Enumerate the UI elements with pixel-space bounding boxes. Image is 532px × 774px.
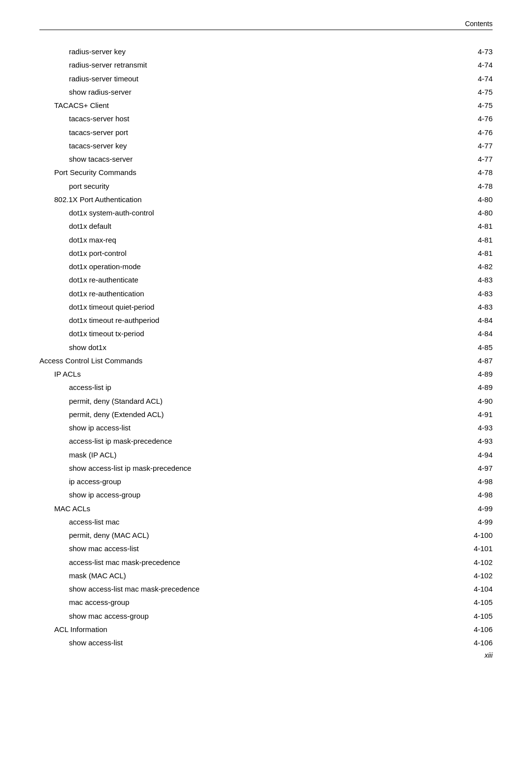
header-title: Contents [465, 20, 493, 28]
toc-label: tacacs-server host [39, 112, 424, 125]
toc-page: 4-93 [424, 434, 493, 448]
toc-label: show mac access-list [39, 542, 424, 555]
toc-row: show tacacs-server4-77 [39, 152, 493, 166]
toc-label: Port Security Commands [39, 166, 424, 179]
toc-label: dot1x port-control [39, 246, 424, 260]
toc-row: show ip access-list4-93 [39, 421, 493, 434]
toc-page: 4-81 [424, 233, 493, 246]
toc-page: 4-80 [424, 206, 493, 219]
toc-row: show radius-server4-75 [39, 85, 493, 99]
toc-row: Access Control List Commands4-87 [39, 354, 493, 367]
toc-label: mask (IP ACL) [39, 448, 424, 461]
toc-row: radius-server key4-73 [39, 45, 493, 58]
toc-label: dot1x system-auth-control [39, 206, 424, 219]
toc-row: dot1x operation-mode4-82 [39, 260, 493, 273]
toc-row: show dot1x4-85 [39, 341, 493, 354]
toc-page: 4-99 [424, 515, 493, 528]
toc-page: 4-84 [424, 314, 493, 327]
toc-row: access-list ip mask-precedence4-93 [39, 434, 493, 448]
toc-page: 4-73 [424, 45, 493, 58]
toc-row: TACACS+ Client4-75 [39, 99, 493, 112]
toc-page: 4-100 [424, 528, 493, 542]
toc-label: show dot1x [39, 341, 424, 354]
toc-row: permit, deny (Standard ACL)4-90 [39, 394, 493, 408]
page-header: Contents [39, 20, 493, 30]
toc-page: 4-76 [424, 126, 493, 139]
toc-label: dot1x operation-mode [39, 260, 424, 273]
toc-row: dot1x system-auth-control4-80 [39, 206, 493, 219]
toc-row: dot1x timeout quiet-period4-83 [39, 300, 493, 314]
toc-page: 4-75 [424, 99, 493, 112]
toc-page: 4-83 [424, 300, 493, 314]
toc-row: dot1x timeout re-authperiod4-84 [39, 314, 493, 327]
toc-page: 4-77 [424, 152, 493, 166]
toc-row: show ip access-group4-98 [39, 488, 493, 501]
toc-page: 4-94 [424, 448, 493, 461]
toc-row: mask (IP ACL)4-94 [39, 448, 493, 461]
toc-row: show access-list4-106 [39, 636, 493, 649]
toc-label: TACACS+ Client [39, 99, 424, 112]
toc-page: 4-98 [424, 488, 493, 501]
toc-label: mac access-group [39, 596, 424, 609]
toc-page: 4-101 [424, 542, 493, 555]
toc-page: 4-102 [424, 556, 493, 569]
toc-row: mac access-group4-105 [39, 596, 493, 609]
toc-page: 4-84 [424, 327, 493, 340]
toc-page: 4-83 [424, 287, 493, 300]
toc-row: tacacs-server host4-76 [39, 112, 493, 125]
toc-page: 4-77 [424, 139, 493, 152]
toc-page: 4-90 [424, 394, 493, 408]
toc-page: 4-74 [424, 58, 493, 71]
toc-label: radius-server retransmit [39, 58, 424, 71]
toc-label: access-list mac mask-precedence [39, 556, 424, 569]
page-number: xiii [485, 651, 493, 659]
toc-label: access-list ip mask-precedence [39, 434, 424, 448]
page-footer: xiii [485, 651, 493, 659]
page-container: Contents radius-server key4-73radius-ser… [0, 0, 532, 679]
toc-label: dot1x timeout quiet-period [39, 300, 424, 314]
toc-label: show ip access-list [39, 421, 424, 434]
toc-page: 4-105 [424, 609, 493, 623]
toc-page: 4-105 [424, 596, 493, 609]
toc-label: show radius-server [39, 85, 424, 99]
toc-row: dot1x re-authenticate4-83 [39, 273, 493, 286]
toc-label: tacacs-server port [39, 126, 424, 139]
toc-row: ACL Information4-106 [39, 623, 493, 636]
toc-page: 4-106 [424, 636, 493, 649]
toc-row: port security4-78 [39, 179, 493, 193]
toc-row: access-list mac4-99 [39, 515, 493, 528]
toc-label: show access-list ip mask-precedence [39, 461, 424, 475]
toc-row: show mac access-group4-105 [39, 609, 493, 623]
toc-page: 4-91 [424, 408, 493, 421]
toc-label: dot1x default [39, 219, 424, 233]
toc-row: dot1x default4-81 [39, 219, 493, 233]
toc-page: 4-87 [424, 354, 493, 367]
toc-page: 4-85 [424, 341, 493, 354]
toc-page: 4-80 [424, 193, 493, 206]
toc-page: 4-81 [424, 246, 493, 260]
toc-page: 4-89 [424, 381, 493, 394]
toc-label: port security [39, 179, 424, 193]
toc-page: 4-76 [424, 112, 493, 125]
toc-label: show access-list mac mask-precedence [39, 582, 424, 596]
toc-page: 4-93 [424, 421, 493, 434]
toc-row: dot1x port-control4-81 [39, 246, 493, 260]
toc-page: 4-81 [424, 219, 493, 233]
toc-label: permit, deny (MAC ACL) [39, 528, 424, 542]
toc-row: dot1x re-authentication4-83 [39, 287, 493, 300]
toc-page: 4-74 [424, 72, 493, 85]
toc-label: dot1x timeout re-authperiod [39, 314, 424, 327]
toc-row: access-list ip4-89 [39, 381, 493, 394]
toc-page: 4-78 [424, 179, 493, 193]
toc-label: dot1x re-authentication [39, 287, 424, 300]
toc-label: show ip access-group [39, 488, 424, 501]
toc-row: MAC ACLs4-99 [39, 502, 493, 515]
toc-row: dot1x timeout tx-period4-84 [39, 327, 493, 340]
toc-row: show access-list ip mask-precedence4-97 [39, 461, 493, 475]
toc-label: ip access-group [39, 475, 424, 488]
toc-label: show tacacs-server [39, 152, 424, 166]
toc-label: access-list mac [39, 515, 424, 528]
toc-label: Access Control List Commands [39, 354, 424, 367]
toc-label: radius-server key [39, 45, 424, 58]
toc-label: show mac access-group [39, 609, 424, 623]
